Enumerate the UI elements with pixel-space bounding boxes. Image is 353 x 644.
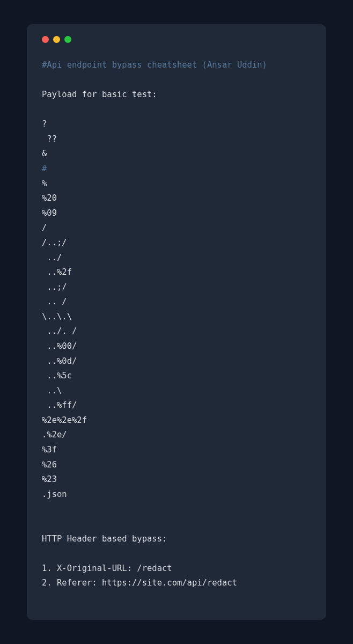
- payload-line: ..;/: [42, 282, 67, 292]
- payload-line: .%2e/: [42, 430, 67, 440]
- payload-line: %2e%2e%2f: [42, 415, 87, 425]
- section1-header: Payload for basic test:: [42, 90, 157, 99]
- payload-line: &: [42, 149, 47, 158]
- payload-line: ..%0d/: [42, 356, 77, 366]
- payload-line: /: [42, 223, 47, 232]
- minimize-icon[interactable]: [53, 36, 60, 43]
- payload-list: ? ?? & # % %20 %09 / /..;/ ../ ..%2f ..;…: [42, 119, 87, 499]
- header-line: 1. X-Original-URL: /redact: [42, 564, 172, 573]
- payload-line: %23: [42, 474, 57, 484]
- payload-line: ../: [42, 253, 62, 262]
- section2-header: HTTP Header based bypass:: [42, 534, 167, 544]
- payload-line: ..%ff/: [42, 400, 77, 410]
- maximize-icon[interactable]: [64, 36, 71, 43]
- payload-line: \..\.\: [42, 312, 72, 321]
- payload-line: %26: [42, 460, 57, 470]
- payload-line: ..%2f: [42, 267, 72, 277]
- payload-line: %20: [42, 193, 57, 203]
- payload-line: .json: [42, 489, 67, 499]
- window-controls: [42, 36, 311, 43]
- payload-line: ..\: [42, 386, 62, 396]
- payload-line: .. /: [42, 297, 67, 306]
- title-comment: #Api endpoint bypass cheatsheet (Ansar U…: [42, 60, 267, 70]
- payload-line: ??: [42, 134, 57, 144]
- payload-line: ?: [42, 119, 47, 129]
- payload-line: ..%00/: [42, 341, 77, 351]
- payload-line: %09: [42, 208, 57, 218]
- payload-line: /..;/: [42, 238, 67, 247]
- code-content: #Api endpoint bypass cheatsheet (Ansar U…: [42, 58, 311, 591]
- header-line: 2. Referer: https://site.com/api/redact: [42, 578, 237, 588]
- header-list: 1. X-Original-URL: /redact 2. Referer: h…: [42, 564, 237, 588]
- payload-line: ../. /: [42, 326, 77, 336]
- payload-line: #: [42, 164, 47, 173]
- code-window: #Api endpoint bypass cheatsheet (Ansar U…: [27, 24, 326, 620]
- close-icon[interactable]: [42, 36, 49, 43]
- payload-line: %3f: [42, 445, 57, 455]
- payload-line: %: [42, 179, 47, 188]
- payload-line: ..%5c: [42, 371, 72, 380]
